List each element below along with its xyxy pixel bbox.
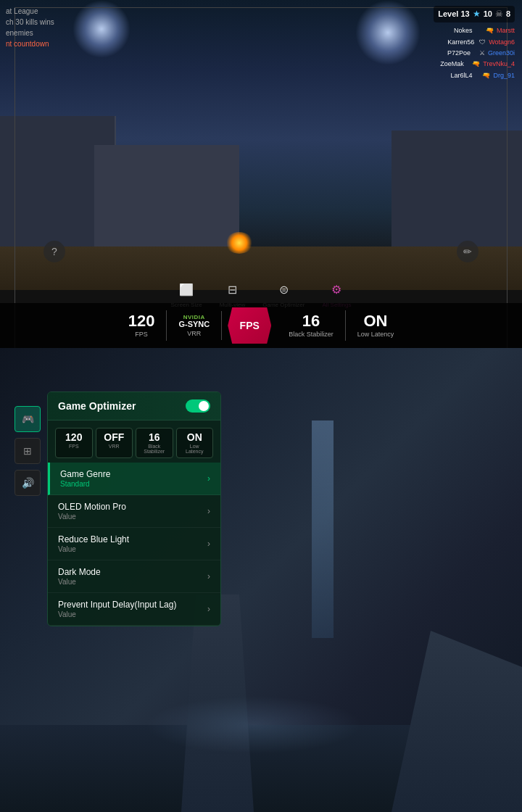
fps-value: 120 <box>128 313 155 329</box>
building-center <box>94 145 239 261</box>
bottom-game-section: 🎮 ⊞ 🔊 Game Optimizer 120 FPS OFF VRR 16 … <box>0 348 522 812</box>
black-stabilizer-value: 16 <box>302 313 320 329</box>
mini-latency-stat: ON Low Latency <box>176 428 214 458</box>
waterfall <box>312 420 334 638</box>
gun-icon: 🔫 <box>486 25 494 36</box>
mini-black-stab-stat: 16 Black Stabilizer <box>136 428 173 458</box>
gun2-icon: 🔫 <box>472 59 480 69</box>
enemies-label: enemies <box>6 28 54 38</box>
skull-icon: ☠ <box>495 7 503 21</box>
mini-vrr-stat: OFF VRR <box>96 428 133 458</box>
input-lag-name: Prevent Input Delay(Input Lag) <box>58 600 176 610</box>
optimizer-stats-row: 120 FPS OFF VRR 16 Black Stabilizer ON L… <box>48 420 220 463</box>
multi-view-icon: ⊟ <box>222 279 242 299</box>
dark-mode-value: Value <box>58 578 101 586</box>
fps-stat: 120 FPS <box>117 310 167 341</box>
game-genre-value: Standard <box>60 480 110 488</box>
game-optimizer-panel: Game Optimizer 120 FPS OFF VRR 16 Black … <box>47 392 221 626</box>
menu-item-game-genre[interactable]: Game Genre Standard › <box>48 463 220 495</box>
low-latency-value: ON <box>364 313 388 329</box>
vrr-label: VRR <box>187 330 201 337</box>
low-latency-stat: ON Low Latency <box>346 310 406 341</box>
toggle-knob <box>199 401 209 411</box>
panel-header: Game Optimizer <box>48 392 220 420</box>
score-row: Karren56 🛡 Wotagn6 <box>434 37 515 47</box>
level-badge: Level 13 ★ 10 ☠ 8 <box>434 6 515 22</box>
mist-effect <box>145 696 362 754</box>
score-row: ZoeMak 🔫 TrevNku_4 <box>434 59 515 69</box>
reduce-blue-value: Value <box>58 545 129 553</box>
black-stabilizer-label: Black Stabilizer <box>289 331 334 338</box>
hud-bottom-bar: 120 FPS NVIDIA G-SYNC VRR FPS 16 Black S… <box>0 303 522 348</box>
gsync-stat: NVIDIA G-SYNC VRR <box>167 311 222 340</box>
spotlight-right <box>355 0 420 65</box>
level-text: Level 13 <box>438 8 469 21</box>
panel-title: Game Optimizer <box>58 400 136 412</box>
chevron-right-icon: › <box>207 539 210 549</box>
chevron-right-icon: › <box>207 571 210 581</box>
optimizer-toggle[interactable] <box>186 399 210 413</box>
sword-icon: ⚔ <box>479 48 485 58</box>
star-icon: ★ <box>473 7 481 21</box>
countdown-text: nt countdown <box>6 38 54 49</box>
score-row: Lar6lL4 🔫 Drg_91 <box>434 70 515 80</box>
game-genre-name: Game Genre <box>60 469 110 479</box>
screen-size-icon: ⬜ <box>176 279 196 299</box>
help-button[interactable]: ? <box>44 241 65 262</box>
game-optimizer-icon: ⊜ <box>273 279 294 299</box>
shield-icon: 🛡 <box>479 37 486 47</box>
mini-vrr-value: OFF <box>101 432 128 442</box>
input-lag-value: Value <box>58 610 176 618</box>
muzzle-flash <box>225 232 254 254</box>
spotlight-left <box>72 0 130 58</box>
mini-latency-label: Low Latency <box>181 444 209 454</box>
mini-latency-value: ON <box>181 432 209 442</box>
menu-item-oled-motion[interactable]: OLED Motion Pro Value › <box>48 495 220 528</box>
scoreboard: Nokes 🔫 Marstt Karren56 🛡 Wotagn6 P72Poe… <box>434 25 515 80</box>
black-stabilizer-stat: 16 Black Stabilizer <box>277 310 346 341</box>
display-button[interactable]: ⊞ <box>14 438 41 464</box>
oled-motion-name: OLED Motion Pro <box>58 502 126 512</box>
dark-mode-name: Dark Mode <box>58 567 101 577</box>
fps-badge-text: FPS <box>240 320 260 331</box>
pistol-icon: 🔫 <box>482 70 490 80</box>
hud-top-right: Level 13 ★ 10 ☠ 8 Nokes 🔫 Marstt Karren5… <box>434 6 515 81</box>
menu-item-reduce-blue[interactable]: Reduce Blue Light Value › <box>48 528 220 560</box>
mini-vrr-label: VRR <box>101 444 128 449</box>
side-icon-panel: 🎮 ⊞ 🔊 <box>14 406 41 496</box>
reduce-blue-name: Reduce Blue Light <box>58 534 129 544</box>
score-row: Nokes 🔫 Marstt <box>434 25 515 36</box>
menu-item-input-lag[interactable]: Prevent Input Delay(Input Lag) Value › <box>48 593 220 626</box>
mini-fps-value: 120 <box>60 432 88 442</box>
fps-label: FPS <box>135 331 148 338</box>
mini-black-stab-value: 16 <box>141 432 168 442</box>
score-row: P72Poe ⚔ Green30i <box>434 48 515 58</box>
objective-text: ch 30 kills wins <box>6 17 54 28</box>
top-game-section: at League ch 30 kills wins enemies nt co… <box>0 0 522 348</box>
game-name-text: at League <box>6 6 54 17</box>
fps-badge: FPS <box>228 307 271 344</box>
mini-fps-label: FPS <box>60 444 88 449</box>
edit-button[interactable]: ✏ <box>457 241 478 262</box>
building-right <box>392 130 522 261</box>
skull-count: 8 <box>506 8 510 21</box>
chevron-right-icon: › <box>207 604 210 614</box>
mini-fps-stat: 120 FPS <box>55 428 93 458</box>
all-settings-icon: ⚙ <box>326 279 347 299</box>
star-count: 10 <box>484 8 492 21</box>
hud-top-left: at League ch 30 kills wins enemies nt co… <box>6 6 54 49</box>
chevron-right-icon: › <box>207 506 210 516</box>
chevron-right-icon: › <box>207 473 210 484</box>
mini-black-stab-label: Black Stabilizer <box>141 444 168 454</box>
gsync-value: G-SYNC <box>178 320 210 328</box>
oled-motion-value: Value <box>58 513 126 521</box>
gamepad-button[interactable]: 🎮 <box>14 406 41 432</box>
low-latency-label: Low Latency <box>357 331 394 338</box>
menu-item-dark-mode[interactable]: Dark Mode Value › <box>48 560 220 593</box>
audio-button[interactable]: 🔊 <box>14 470 41 496</box>
